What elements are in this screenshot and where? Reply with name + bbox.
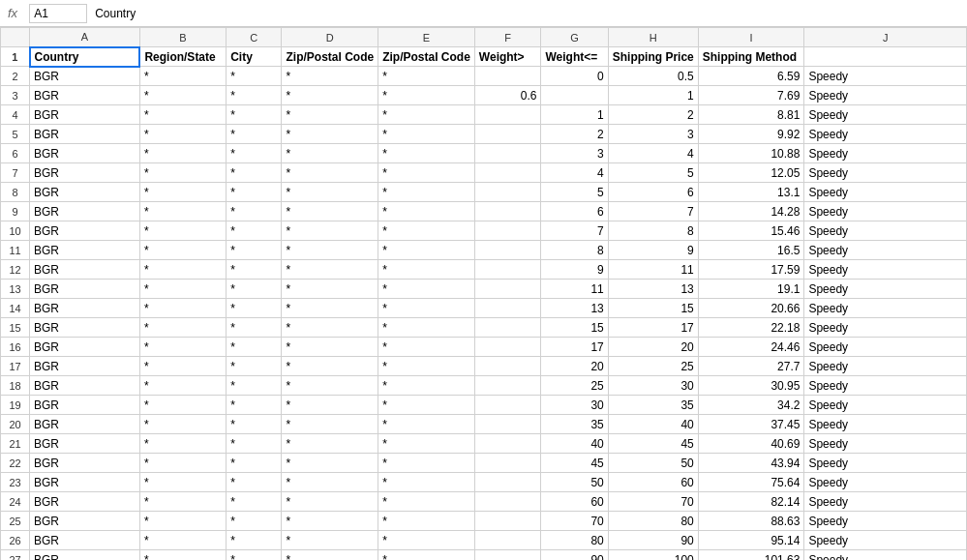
cell-j24[interactable]: Speedy [804, 492, 967, 512]
cell-i5[interactable]: 9.92 [698, 125, 804, 144]
cell-f13[interactable] [474, 280, 541, 299]
cell-i23[interactable]: 75.64 [698, 473, 804, 492]
cell-d12[interactable]: * [282, 260, 378, 280]
cell-a23[interactable]: BGR [30, 473, 140, 492]
cell-i20[interactable]: 37.45 [698, 415, 804, 434]
cell-d13[interactable]: * [282, 280, 378, 299]
cell-e5[interactable]: * [378, 125, 475, 144]
cell-f12[interactable] [474, 260, 541, 280]
cell-g22[interactable]: 45 [541, 454, 608, 473]
cell-g20[interactable]: 35 [541, 415, 608, 434]
cell-f21[interactable] [474, 434, 541, 454]
cell-c19[interactable]: * [227, 396, 282, 415]
cell-b8[interactable]: * [139, 183, 226, 202]
cell-j15[interactable]: Speedy [804, 318, 967, 338]
cell-i11[interactable]: 16.5 [698, 241, 804, 260]
cell-b5[interactable]: * [139, 125, 226, 144]
cell-h2[interactable]: 0.5 [608, 67, 698, 86]
cell-d4[interactable]: * [282, 105, 378, 125]
cell-j19[interactable]: Speedy [804, 396, 967, 415]
cell-f15[interactable] [474, 318, 541, 338]
cell-a19[interactable]: BGR [30, 396, 140, 415]
cell-f20[interactable] [474, 415, 541, 434]
col-header-a[interactable]: A [30, 28, 140, 47]
cell-h26[interactable]: 90 [608, 531, 698, 550]
cell-j13[interactable]: Speedy [804, 280, 967, 299]
cell-i15[interactable]: 22.18 [698, 318, 804, 338]
cell-f19[interactable] [474, 396, 541, 415]
cell-a17[interactable]: BGR [30, 357, 140, 376]
cell-e6[interactable]: * [378, 144, 475, 163]
cell-i8[interactable]: 13.1 [698, 183, 804, 202]
cell-c1[interactable]: City [227, 47, 282, 67]
cell-d7[interactable]: * [282, 163, 378, 183]
cell-g15[interactable]: 15 [541, 318, 608, 338]
cell-d3[interactable]: * [282, 86, 378, 105]
cell-h18[interactable]: 30 [608, 376, 698, 396]
cell-c10[interactable]: * [227, 221, 282, 241]
cell-a10[interactable]: BGR [30, 221, 140, 241]
cell-f25[interactable] [474, 512, 541, 531]
cell-g11[interactable]: 8 [541, 241, 608, 260]
cell-d26[interactable]: * [282, 531, 378, 550]
cell-d24[interactable]: * [282, 492, 378, 512]
cell-h11[interactable]: 9 [608, 241, 698, 260]
cell-j22[interactable]: Speedy [804, 454, 967, 473]
cell-b23[interactable]: * [139, 473, 226, 492]
col-header-g[interactable]: G [541, 28, 608, 47]
cell-b11[interactable]: * [139, 241, 226, 260]
cell-h19[interactable]: 35 [608, 396, 698, 415]
cell-b24[interactable]: * [139, 492, 226, 512]
cell-e2[interactable]: * [378, 67, 475, 86]
cell-f8[interactable] [474, 183, 541, 202]
cell-d1[interactable]: Zip/Postal Code [282, 47, 378, 67]
cell-c27[interactable]: * [227, 550, 282, 561]
cell-g21[interactable]: 40 [541, 434, 608, 454]
cell-c5[interactable]: * [227, 125, 282, 144]
cell-a22[interactable]: BGR [30, 454, 140, 473]
cell-h15[interactable]: 17 [608, 318, 698, 338]
cell-f27[interactable] [474, 550, 541, 561]
cell-d19[interactable]: * [282, 396, 378, 415]
cell-d23[interactable]: * [282, 473, 378, 492]
cell-g26[interactable]: 80 [541, 531, 608, 550]
cell-j10[interactable]: Speedy [804, 221, 967, 241]
cell-j8[interactable]: Speedy [804, 183, 967, 202]
cell-g18[interactable]: 25 [541, 376, 608, 396]
cell-d20[interactable]: * [282, 415, 378, 434]
cell-f26[interactable] [474, 531, 541, 550]
cell-j11[interactable]: Speedy [804, 241, 967, 260]
cell-b7[interactable]: * [139, 163, 226, 183]
cell-a21[interactable]: BGR [30, 434, 140, 454]
cell-f18[interactable] [474, 376, 541, 396]
cell-a5[interactable]: BGR [30, 125, 140, 144]
cell-b26[interactable]: * [139, 531, 226, 550]
cell-c24[interactable]: * [227, 492, 282, 512]
cell-g14[interactable]: 13 [541, 299, 608, 318]
cell-c6[interactable]: * [227, 144, 282, 163]
cell-d18[interactable]: * [282, 376, 378, 396]
cell-e7[interactable]: * [378, 163, 475, 183]
cell-i14[interactable]: 20.66 [698, 299, 804, 318]
cell-h27[interactable]: 100 [608, 550, 698, 561]
cell-i21[interactable]: 40.69 [698, 434, 804, 454]
cell-j20[interactable]: Speedy [804, 415, 967, 434]
cell-h24[interactable]: 70 [608, 492, 698, 512]
cell-i17[interactable]: 27.7 [698, 357, 804, 376]
cell-h14[interactable]: 15 [608, 299, 698, 318]
cell-c17[interactable]: * [227, 357, 282, 376]
cell-j9[interactable]: Speedy [804, 202, 967, 221]
cell-h21[interactable]: 45 [608, 434, 698, 454]
cell-e15[interactable]: * [378, 318, 475, 338]
cell-j27[interactable]: Speedy [804, 550, 967, 561]
cell-f14[interactable] [474, 299, 541, 318]
cell-e18[interactable]: * [378, 376, 475, 396]
cell-b16[interactable]: * [139, 338, 226, 357]
cell-a26[interactable]: BGR [30, 531, 140, 550]
cell-d10[interactable]: * [282, 221, 378, 241]
cell-e21[interactable]: * [378, 434, 475, 454]
cell-g8[interactable]: 5 [541, 183, 608, 202]
cell-h8[interactable]: 6 [608, 183, 698, 202]
cell-b21[interactable]: * [139, 434, 226, 454]
cell-e3[interactable]: * [378, 86, 475, 105]
